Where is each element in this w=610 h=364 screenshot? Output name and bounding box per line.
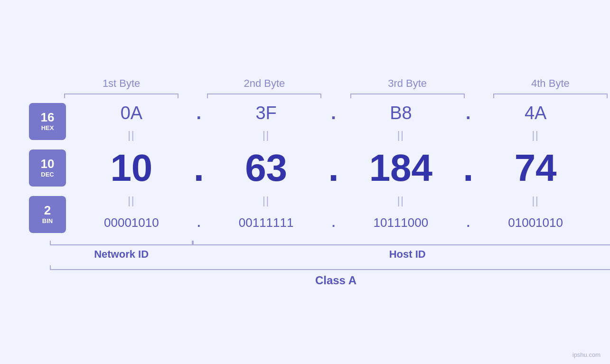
network-bracket [50, 241, 193, 245]
left-labels: 16 HEX 10 DEC 2 BIN [19, 98, 76, 238]
hex-badge-num: 16 [41, 111, 55, 123]
hex-badge-label: HEX [41, 124, 54, 131]
brackets-row [50, 241, 610, 245]
host-bracket [193, 241, 610, 245]
bin-dot-1: . [187, 215, 211, 230]
dec-byte-2: 63 [245, 146, 287, 190]
bin-dot-3: . [456, 215, 480, 230]
eq-2-1: || [76, 195, 187, 207]
byte-labels-row: 1st Byte 2nd Byte 3rd Byte 4th Byte [50, 77, 610, 98]
hex-byte-1: 0A [121, 103, 142, 123]
host-bracket-wrap [193, 241, 610, 245]
hex-badge: 16 HEX [29, 103, 66, 140]
bin-dot-2: . [322, 215, 346, 230]
bracket-top-2 [207, 93, 321, 98]
bin-byte-2-wrap: 00111111 [211, 215, 322, 230]
bin-row: 00001010 . 00111111 . 10111000 . 0100101… [76, 208, 591, 238]
dec-byte-1-wrap: 10 [76, 146, 187, 190]
hex-byte-2-wrap: 3F [211, 103, 322, 123]
eq-2-4: || [480, 195, 591, 207]
eq-row-dec-bin: || || || || [76, 194, 591, 208]
eq-1-3: || [346, 129, 457, 141]
bracket-top-1 [64, 93, 178, 98]
byte-col-1: 1st Byte [50, 77, 193, 98]
bracket-top-4 [493, 93, 608, 98]
eq-1-1: || [76, 129, 187, 141]
class-a-label: Class A [315, 274, 357, 287]
hex-dot-3: . [456, 103, 480, 123]
dec-byte-3-wrap: 184 [346, 146, 457, 190]
hex-dot-1: . [187, 103, 211, 123]
dec-badge-num: 10 [41, 158, 55, 170]
class-label-row: Class A [50, 274, 610, 287]
bottom-section: Network ID Host ID [50, 241, 610, 261]
bin-byte-3-wrap: 10111000 [346, 215, 457, 230]
host-id-label: Host ID [389, 248, 426, 260]
bin-byte-2: 00111111 [239, 215, 294, 230]
dec-dot-1: . [187, 146, 211, 190]
byte-label-4: 4th Byte [531, 77, 570, 90]
eq-2-2: || [211, 195, 322, 207]
bracket-top-3 [350, 93, 465, 98]
byte-col-2: 2nd Byte [193, 77, 336, 98]
byte-col-4: 4th Byte [479, 77, 610, 98]
bin-badge-num: 2 [44, 204, 51, 216]
bin-byte-1: 00001010 [104, 215, 159, 230]
dec-byte-4: 74 [515, 146, 557, 190]
hex-byte-2: 3F [255, 103, 276, 123]
byte-col-3: 3rd Byte [336, 77, 479, 98]
dec-row: 10 . 63 . 184 . 74 [76, 142, 591, 194]
hex-byte-3-wrap: B8 [346, 103, 457, 123]
bytes-area: 0A . 3F . B8 . 4A || || [76, 98, 591, 238]
bin-badge-label: BIN [42, 217, 53, 224]
network-id-label: Network ID [94, 248, 149, 260]
dec-byte-3: 184 [369, 146, 432, 190]
eq-row-hex-dec: || || || || [76, 128, 591, 142]
dec-byte-1: 10 [110, 146, 152, 190]
eq-1-2: || [211, 129, 322, 141]
dec-dot-2: . [322, 146, 346, 190]
bin-byte-3: 10111000 [374, 215, 429, 230]
class-row: Class A [50, 265, 610, 287]
byte-label-1: 1st Byte [103, 77, 140, 90]
byte-label-2: 2nd Byte [244, 77, 285, 90]
hex-byte-4: 4A [525, 103, 546, 123]
network-bracket-wrap [50, 241, 193, 245]
hex-row: 0A . 3F . B8 . 4A [76, 98, 591, 128]
byte-label-3: 3rd Byte [388, 77, 427, 90]
hex-byte-1-wrap: 0A [76, 103, 187, 123]
dec-dot-3: . [456, 146, 480, 190]
main-grid: 16 HEX 10 DEC 2 BIN 0A . 3F [19, 98, 591, 238]
section-labels-row: Network ID Host ID [50, 248, 610, 261]
bin-byte-4-wrap: 01001010 [480, 215, 591, 230]
eq-1-4: || [480, 129, 591, 141]
bin-byte-4: 01001010 [508, 215, 563, 230]
dec-badge: 10 DEC [29, 149, 66, 187]
hex-dot-2: . [322, 103, 346, 123]
dec-byte-2-wrap: 63 [211, 146, 322, 190]
hex-byte-3: B8 [390, 103, 412, 123]
dec-byte-4-wrap: 74 [480, 146, 591, 190]
eq-2-3: || [346, 195, 457, 207]
network-label-wrap: Network ID [50, 248, 193, 261]
dec-badge-label: DEC [41, 171, 54, 178]
host-label-wrap: Host ID [193, 248, 610, 261]
class-bracket [50, 265, 610, 270]
bin-byte-1-wrap: 00001010 [76, 215, 187, 230]
bin-badge: 2 BIN [29, 196, 66, 233]
hex-byte-4-wrap: 4A [480, 103, 591, 123]
watermark: ipshu.com [572, 351, 601, 358]
